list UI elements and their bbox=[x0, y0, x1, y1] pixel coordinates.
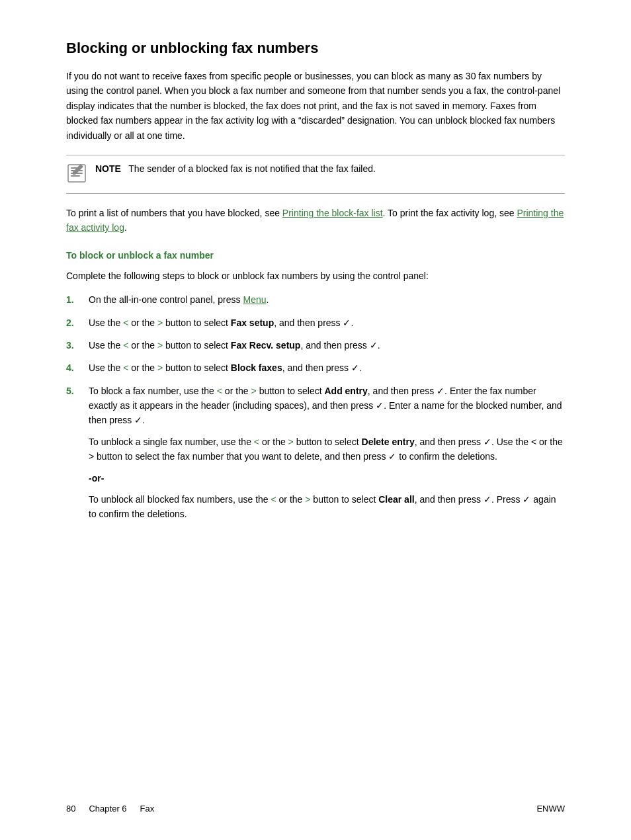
footer-section: Fax bbox=[140, 804, 155, 814]
step-4-bold: Block faxes bbox=[231, 362, 282, 373]
step-3: 3. Use the < or the > button to select F… bbox=[66, 338, 565, 353]
step-3-lt: < bbox=[123, 340, 128, 351]
step-5: 5. To block a fax number, use the < or t… bbox=[66, 384, 565, 522]
step-2-content: Use the < or the > button to select Fax … bbox=[89, 315, 565, 330]
step-2-lt: < bbox=[123, 317, 128, 328]
step-5-add-entry: Add entry bbox=[324, 386, 367, 396]
note-box: NOTE The sender of a blocked fax is not … bbox=[66, 155, 565, 194]
step-5-gt3: > bbox=[305, 494, 310, 505]
subsection-heading: To block or unblock a fax number bbox=[66, 250, 565, 261]
menu-link[interactable]: Menu bbox=[243, 294, 266, 305]
step-2-gt: > bbox=[157, 317, 163, 328]
intro-paragraph: If you do not want to receive faxes from… bbox=[66, 69, 565, 143]
link-line-middle: . To print the fax activity log, see bbox=[383, 208, 517, 218]
link-line-after: . bbox=[124, 222, 127, 233]
steps-list: 1. On the all-in-one control panel, pres… bbox=[66, 292, 565, 522]
step-5-content: To block a fax number, use the < or the … bbox=[89, 384, 565, 522]
link-line-before: To print a list of numbers that you have… bbox=[66, 208, 282, 218]
note-text: The sender of a blocked fax is not notif… bbox=[128, 163, 376, 174]
page-title: Blocking or unblocking fax numbers bbox=[66, 40, 565, 57]
step-1: 1. On the all-in-one control panel, pres… bbox=[66, 292, 565, 307]
step-4-content: Use the < or the > button to select Bloc… bbox=[89, 360, 565, 375]
step-1-before: On the all-in-one control panel, press bbox=[89, 294, 243, 305]
step-5-or-divider: -or- bbox=[89, 471, 565, 485]
step-1-content: On the all-in-one control panel, press M… bbox=[89, 292, 565, 307]
step-5-lt3: < bbox=[271, 494, 276, 505]
footer: 80 Chapter 6 Fax ENWW bbox=[0, 804, 631, 814]
step-2: 2. Use the < or the > button to select F… bbox=[66, 315, 565, 330]
step-3-bold: Fax Recv. setup bbox=[231, 340, 301, 351]
step-2-num: 2. bbox=[66, 315, 78, 330]
step-5-lt1: < bbox=[217, 386, 222, 396]
step-5-gt2: > bbox=[288, 437, 294, 447]
note-content: NOTE The sender of a blocked fax is not … bbox=[95, 162, 376, 176]
footer-left: 80 Chapter 6 Fax bbox=[66, 804, 154, 814]
step-1-after: . bbox=[267, 294, 269, 305]
note-label: NOTE bbox=[95, 163, 121, 174]
step-4: 4. Use the < or the > button to select B… bbox=[66, 360, 565, 375]
step-4-lt: < bbox=[123, 362, 128, 373]
step-4-gt: > bbox=[157, 362, 163, 373]
step-5-delete-entry: Delete entry bbox=[362, 437, 415, 447]
step-5-para1: To block a fax number, use the < or the … bbox=[89, 384, 565, 428]
note-icon bbox=[66, 163, 87, 187]
subsection-intro: Complete the following steps to block or… bbox=[66, 269, 565, 283]
step-3-gt: > bbox=[157, 340, 163, 351]
step-3-num: 3. bbox=[66, 338, 78, 353]
step-4-num: 4. bbox=[66, 360, 78, 375]
step-5-para2: To unblock a single fax number, use the … bbox=[89, 435, 565, 464]
link-line: To print a list of numbers that you have… bbox=[66, 206, 565, 235]
step-5-para3: To unblock all blocked fax numbers, use … bbox=[89, 492, 565, 522]
footer-right: ENWW bbox=[536, 804, 565, 814]
footer-page-num: 80 bbox=[66, 804, 75, 814]
footer-chapter: Chapter 6 bbox=[89, 804, 126, 814]
step-5-clear-all: Clear all bbox=[378, 494, 414, 505]
block-fax-list-link[interactable]: Printing the block-fax list bbox=[282, 208, 383, 218]
step-3-content: Use the < or the > button to select Fax … bbox=[89, 338, 565, 353]
step-5-gt1: > bbox=[251, 386, 257, 396]
step-5-num: 5. bbox=[66, 384, 78, 522]
step-1-num: 1. bbox=[66, 292, 78, 307]
step-5-lt2: < bbox=[254, 437, 259, 447]
svg-rect-4 bbox=[71, 175, 80, 177]
page: Blocking or unblocking fax numbers If yo… bbox=[0, 0, 631, 840]
step-2-bold: Fax setup bbox=[231, 317, 274, 328]
